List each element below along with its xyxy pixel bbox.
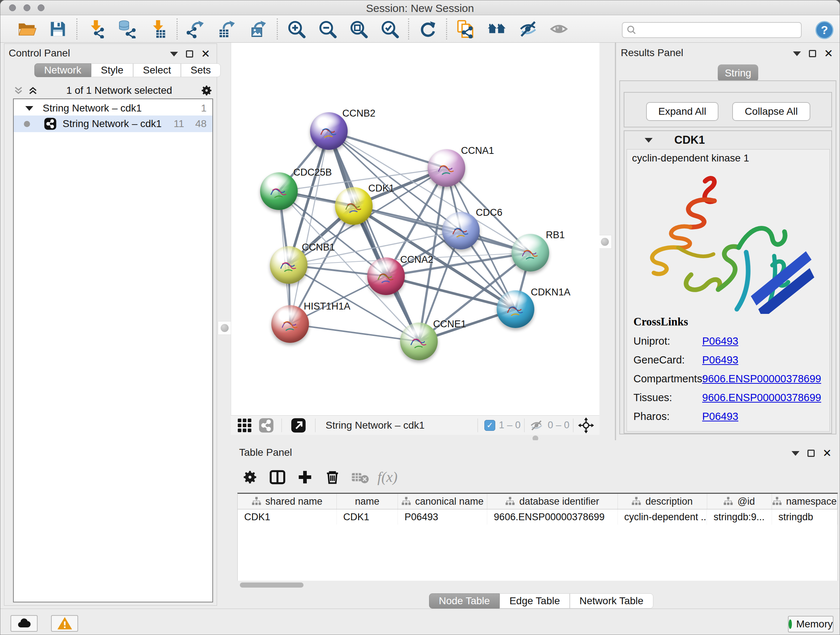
table-cell: stringdb:9... <box>707 509 772 524</box>
zoom-in-icon[interactable] <box>284 17 308 41</box>
collapse-section-icon[interactable] <box>645 138 653 143</box>
close-panel-icon[interactable]: ✕ <box>201 50 210 57</box>
network-node-ccna2[interactable] <box>367 257 405 295</box>
collapse-panel-icon[interactable] <box>791 451 799 456</box>
table-hscrollbar-thumb[interactable] <box>240 583 303 587</box>
tab-network-table[interactable]: Network Table <box>570 593 653 608</box>
protein-thumbnail <box>279 313 302 336</box>
network-node-cdkn1a[interactable] <box>497 290 534 328</box>
crosslink-link[interactable]: P06493 <box>702 354 738 366</box>
delete-column-icon[interactable] <box>321 466 344 488</box>
grid-view-icon[interactable] <box>237 417 253 433</box>
right-splitter-handle[interactable] <box>598 235 612 249</box>
zoom-out-icon[interactable] <box>316 17 339 41</box>
import-table-icon[interactable] <box>146 17 170 41</box>
expand-all-icon[interactable] <box>27 85 38 96</box>
network-canvas[interactable]: CCNB2CCNA1CDC25BCDK1CDC6RB1CCNB1CCNA2CDK… <box>231 43 600 415</box>
selected-checkbox-icon[interactable]: ✓ <box>485 420 495 431</box>
network-row-selected[interactable]: String Network – cdk1 11 48 <box>14 116 212 132</box>
export-image-icon[interactable] <box>246 17 270 41</box>
create-column-icon[interactable] <box>293 466 317 488</box>
import-network-file-icon[interactable] <box>84 17 108 41</box>
gear-icon[interactable] <box>200 84 213 97</box>
collapse-panel-icon[interactable] <box>170 52 178 57</box>
fit-content-icon[interactable] <box>578 417 594 434</box>
column-header-namespace[interactable]: namespace <box>772 494 837 509</box>
open-session-icon[interactable] <box>15 17 39 41</box>
table-header-row: shared namenamecanonical namedatabase id… <box>238 494 837 509</box>
tree-expand-icon[interactable] <box>25 106 33 111</box>
close-panel-icon[interactable]: ✕ <box>823 450 832 457</box>
results-panel-title: Results Panel <box>621 47 684 59</box>
protein-thumbnail <box>407 331 431 354</box>
column-header-id[interactable]: @id <box>707 494 772 509</box>
tab-string[interactable]: String <box>718 65 758 82</box>
hidden-eye-icon[interactable] <box>529 418 544 433</box>
crosslink-link[interactable]: 9606.ENSP00000378699 <box>702 392 821 404</box>
cloud-button[interactable] <box>11 615 38 632</box>
warnings-button[interactable] <box>51 615 78 632</box>
column-header-description[interactable]: description <box>618 494 707 509</box>
zoom-fit-icon[interactable] <box>347 17 370 41</box>
column-header-shared-name[interactable]: shared name <box>238 494 337 509</box>
collapse-all-button[interactable]: Collapse All <box>732 102 810 121</box>
zoom-selected-icon[interactable] <box>378 17 401 41</box>
birdseye-view-icon[interactable] <box>291 417 306 433</box>
tab-style[interactable]: Style <box>91 63 133 77</box>
close-panel-icon[interactable]: ✕ <box>824 50 833 57</box>
expand-all-button[interactable]: Expand All <box>646 102 718 121</box>
float-panel-icon[interactable] <box>809 50 816 57</box>
tab-sets[interactable]: Sets <box>181 63 221 77</box>
network-node-hist1h1a[interactable] <box>271 305 309 343</box>
crosslink-link[interactable]: P06493 <box>702 410 738 423</box>
import-network-database-icon[interactable] <box>115 17 139 41</box>
selected-count: 1 – 0 <box>499 420 521 431</box>
cloud-icon <box>16 616 32 631</box>
column-header-canonical-name[interactable]: canonical name <box>398 494 487 509</box>
network-node-ccne1[interactable] <box>400 323 438 360</box>
gene-section-header[interactable]: CDK1 <box>624 131 831 149</box>
network-node-ccna1[interactable] <box>428 149 465 187</box>
show-column-icon[interactable] <box>265 466 289 488</box>
tab-network[interactable]: Network <box>34 63 91 77</box>
memory-button[interactable]: Memory <box>788 616 834 632</box>
collapse-all-icon[interactable] <box>13 85 24 96</box>
tab-edge-table[interactable]: Edge Table <box>500 593 570 608</box>
help-icon[interactable]: ? <box>815 21 834 39</box>
table-settings-gear-icon[interactable] <box>238 466 262 488</box>
float-panel-icon[interactable] <box>186 50 193 57</box>
column-header-name[interactable]: name <box>337 494 398 509</box>
column-header-database-identifier[interactable]: database identifier <box>487 494 617 509</box>
network-node-cdc25b[interactable] <box>260 172 298 210</box>
export-table-icon[interactable] <box>215 17 239 41</box>
toolbar-separator <box>76 19 77 40</box>
function-builder-icon[interactable]: f(x) <box>376 466 399 488</box>
tab-node-table[interactable]: Node Table <box>429 593 500 608</box>
memory-label: Memory <box>796 618 833 630</box>
crosslink-link[interactable]: 9606.ENSP00000378699 <box>702 373 821 385</box>
string-style-icon[interactable] <box>258 417 274 433</box>
collapse-panel-icon[interactable] <box>793 51 801 56</box>
table-row[interactable]: CDK1CDK1P064939606.ENSP00000378699cyclin… <box>238 509 837 524</box>
delete-table-icon[interactable] <box>348 466 372 488</box>
protein-thumbnail <box>267 180 291 203</box>
network-node-rb1[interactable] <box>512 234 549 272</box>
crosslink-link[interactable]: P06493 <box>702 335 738 347</box>
refresh-network-icon[interactable] <box>416 17 439 41</box>
export-network-icon[interactable] <box>184 17 208 41</box>
control-panel-tabs: NetworkStyleSelectSets <box>34 63 221 77</box>
protein-thumbnail <box>317 120 340 143</box>
string-import-icon[interactable] <box>454 17 477 41</box>
save-session-icon[interactable] <box>46 17 70 41</box>
show-structures-icon[interactable] <box>547 17 571 41</box>
float-panel-icon[interactable] <box>807 450 815 457</box>
network-node-cdc6[interactable] <box>442 212 480 249</box>
search-input[interactable] <box>640 24 801 36</box>
network-collection-row[interactable]: String Network – cdk1 1 <box>14 101 212 116</box>
hide-structures-icon[interactable] <box>516 17 540 41</box>
network-node-cdk1[interactable] <box>335 187 373 225</box>
left-splitter-handle[interactable] <box>218 321 232 335</box>
tab-select[interactable]: Select <box>133 63 181 77</box>
string-home-icon[interactable] <box>485 17 508 41</box>
node-label-hist1h1a: HIST1H1A <box>303 301 350 312</box>
